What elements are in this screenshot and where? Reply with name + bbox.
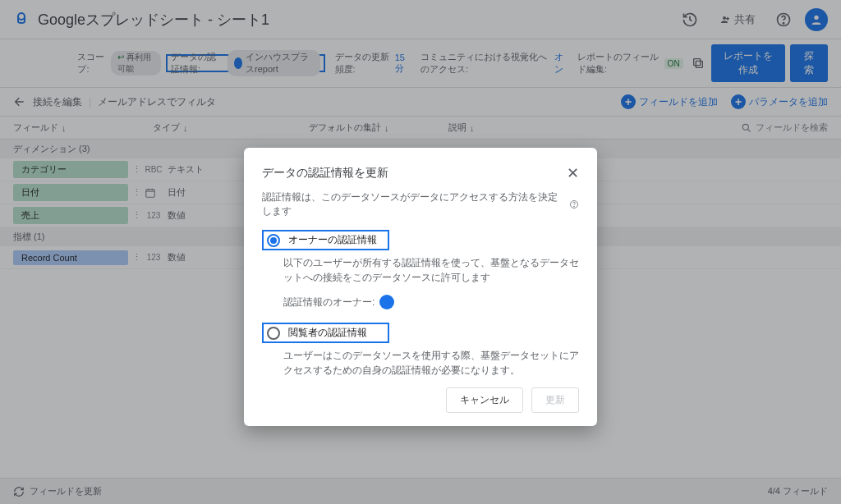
modal-overlay: データの認証情報を更新 ✕ 認証情報は、このデータソースがデータにアクセスする方… xyxy=(0,0,841,504)
viewer-option-description: ユーザーはこのデータソースを使用する際、基盤データセットにアクセスするための自身… xyxy=(283,348,579,378)
viewer-credentials-option[interactable]: 閲覧者の認証情報 xyxy=(262,323,389,343)
help-icon[interactable] xyxy=(569,199,579,209)
owner-credentials-option[interactable]: オーナーの認証情報 xyxy=(262,230,389,250)
svg-point-9 xyxy=(574,206,575,207)
owner-avatar-icon xyxy=(379,295,394,309)
radio-selected-icon xyxy=(267,234,280,247)
owner-option-description: 以下のユーザーが所有する認証情報を使って、基盤となるデータセットへの接続をこのデ… xyxy=(283,255,579,285)
credentials-dialog: データの認証情報を更新 ✕ 認証情報は、このデータソースがデータにアクセスする方… xyxy=(244,148,597,426)
dialog-subtitle: 認証情報は、このデータソースがデータにアクセスする方法を決定します xyxy=(262,190,579,218)
cancel-button[interactable]: キャンセル xyxy=(446,387,523,413)
credential-owner-row: 認証情報のオーナー: xyxy=(283,295,579,309)
radio-unselected-icon xyxy=(267,327,280,340)
update-button[interactable]: 更新 xyxy=(531,387,579,413)
dialog-title: データの認証情報を更新 xyxy=(262,166,567,181)
close-icon[interactable]: ✕ xyxy=(567,164,579,182)
